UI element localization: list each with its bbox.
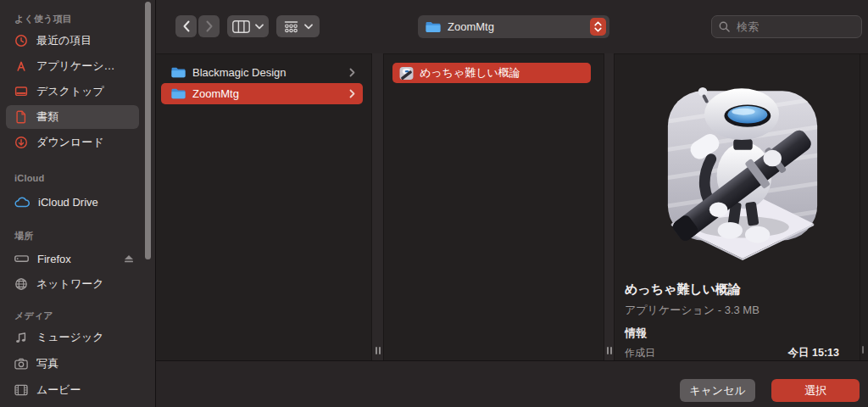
camera-icon [14, 358, 28, 370]
sidebar-item-label: Firefox [37, 253, 71, 265]
column-divider [860, 53, 860, 360]
column-view-icon [232, 20, 250, 33]
sidebar-item-label: 写真 [36, 356, 58, 371]
globe-icon [14, 277, 28, 291]
file-picker-dialog: よく使う項目 最近の項目 アプリケーシ… デスクトップ 書類 ダウンロード iC… [0, 0, 868, 407]
list-item-label: Blackmagic Design [192, 66, 287, 79]
sidebar: よく使う項目 最近の項目 アプリケーシ… デスクトップ 書類 ダウンロード iC… [0, 0, 156, 407]
sidebar-section-media-header: メディア [14, 309, 53, 322]
sidebar-item-label: アプリケーシ… [36, 59, 115, 74]
folder-icon [171, 88, 186, 99]
chevron-down-icon [255, 24, 264, 30]
column-resize-handle-icon[interactable] [376, 347, 381, 354]
sidebar-scrollbar[interactable] [145, 2, 151, 259]
dialog-footer: キャンセル 選択 [156, 360, 868, 407]
column-divider[interactable] [604, 53, 615, 360]
sidebar-item-recents[interactable]: 最近の項目 [6, 29, 139, 53]
download-icon [14, 136, 28, 149]
drive-icon [14, 254, 29, 264]
main-panel: ZoomMtg Blackmagic Design ZoomMtg [156, 0, 868, 407]
sidebar-item-movies[interactable]: ムービー [6, 378, 139, 402]
column-resize-handle-icon[interactable] [862, 346, 864, 354]
sidebar-item-label: iCloud Drive [38, 196, 98, 209]
sidebar-item-label: 書類 [36, 109, 58, 125]
created-date-label: 作成日 [625, 346, 655, 360]
sidebar-section-icloud-header: iCloud [14, 173, 44, 183]
sidebar-item-label: 最近の項目 [36, 33, 92, 48]
automator-app-icon [399, 66, 414, 81]
browser-column-1: Blackmagic Design ZoomMtg [158, 53, 371, 360]
sidebar-item-music[interactable]: ミュージック [6, 326, 139, 349]
cloud-icon [14, 197, 30, 208]
desktop-icon [14, 85, 28, 98]
chevron-down-icon [304, 24, 313, 30]
list-item-blackmagic-design[interactable]: Blackmagic Design [161, 62, 363, 83]
sidebar-item-applications[interactable]: アプリケーシ… [6, 54, 139, 78]
preview-info-header: 情報 [625, 326, 647, 341]
music-icon [14, 331, 28, 344]
cancel-button[interactable]: キャンセル [680, 379, 755, 402]
sidebar-item-label: デスクトップ [36, 84, 104, 99]
eject-icon[interactable] [124, 254, 134, 264]
film-icon [14, 384, 28, 396]
search-input[interactable] [735, 20, 849, 34]
list-item-label: ZoomMtg [192, 87, 239, 100]
sidebar-item-label: ミュージック [36, 330, 104, 345]
select-button[interactable]: 選択 [771, 379, 860, 402]
preview-kind-size: アプリケーション - 3.3 MB [625, 303, 760, 318]
applications-icon [14, 59, 28, 73]
group-by-button[interactable] [276, 15, 320, 37]
sidebar-item-photos[interactable]: 写真 [6, 352, 139, 376]
search-icon [719, 21, 730, 32]
sidebar-item-firefox[interactable]: Firefox [6, 247, 139, 270]
list-item-label: めっちゃ難しい概論 [420, 65, 520, 81]
column-divider[interactable] [371, 53, 384, 360]
list-item-zoommtg[interactable]: ZoomMtg [161, 83, 363, 104]
column-resize-handle-icon[interactable] [607, 347, 612, 354]
clock-icon [14, 34, 28, 47]
sidebar-item-downloads[interactable]: ダウンロード [6, 131, 139, 154]
sidebar-item-documents[interactable]: 書類 [6, 105, 139, 129]
chevron-right-icon [205, 20, 214, 32]
browser-column-2: めっちゃ難しい概論 [384, 53, 604, 360]
created-date-value: 今日 15:13 [788, 346, 839, 360]
forward-button[interactable] [198, 15, 220, 37]
sidebar-item-label: ダウンロード [36, 135, 104, 150]
search-field[interactable] [711, 15, 862, 38]
preview-file-name: めっちゃ難しい概論 [625, 282, 741, 298]
sidebar-item-label: ネットワーク [36, 276, 104, 292]
sidebar-item-network[interactable]: ネットワーク [6, 272, 139, 296]
sidebar-section-favorites-header: よく使う項目 [14, 13, 72, 25]
list-item-app[interactable]: めっちゃ難しい概論 [392, 63, 591, 83]
sidebar-section-locations-header: 場所 [14, 230, 33, 243]
group-view-icon [283, 20, 299, 33]
folder-icon [171, 67, 186, 78]
folder-icon [426, 21, 441, 33]
chevron-right-icon [349, 89, 355, 98]
sidebar-item-desktop[interactable]: デスクトップ [6, 80, 139, 103]
view-mode-button[interactable] [227, 15, 269, 37]
up-down-stepper-icon [590, 18, 606, 36]
document-icon [14, 110, 28, 124]
back-button[interactable] [175, 15, 197, 37]
chevron-right-icon [349, 68, 355, 77]
chevron-left-icon [182, 20, 191, 32]
preview-created-row: 作成日 今日 15:13 [625, 346, 839, 360]
sidebar-item-icloud-drive[interactable]: iCloud Drive [6, 190, 139, 214]
sidebar-item-label: ムービー [36, 382, 81, 398]
automator-app-icon-large [659, 63, 826, 260]
path-popup-value: ZoomMtg [448, 20, 590, 33]
path-popup-button[interactable]: ZoomMtg [418, 15, 609, 38]
